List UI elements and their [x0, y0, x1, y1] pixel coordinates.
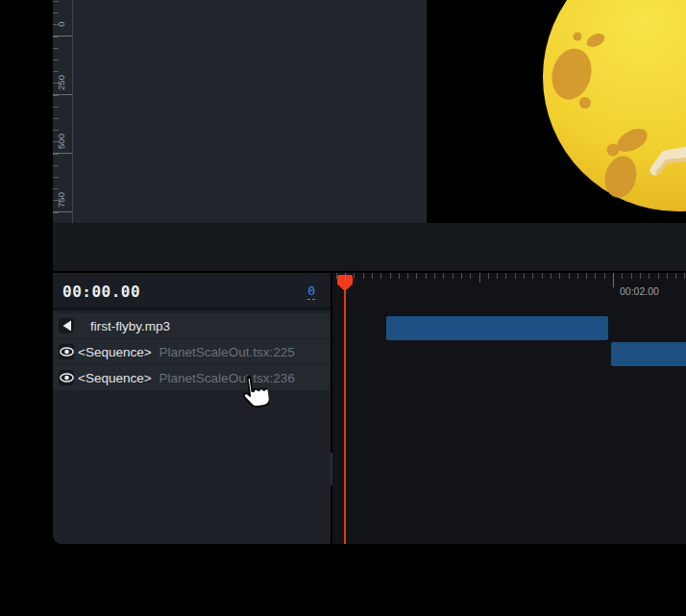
- vertical-ruler: 0250500750: [53, 0, 73, 223]
- timeline-tick: [586, 273, 587, 279]
- ruler-label: 750: [56, 184, 67, 216]
- timeline-tick: [372, 273, 373, 279]
- track-row-sequence-1[interactable]: <Sequence> PlanetScaleOut.tsx:225: [53, 339, 331, 364]
- timeline-tick: [488, 273, 489, 279]
- timeline-tick: [399, 273, 400, 279]
- ruler-tick: [53, 165, 59, 166]
- track-source-detail: PlanetScaleOut.tsx:225: [159, 345, 295, 359]
- composition-canvas[interactable]: 0250500750: [53, 0, 427, 223]
- track-name: <Sequence>: [78, 371, 152, 385]
- timeline-tick: [631, 273, 632, 279]
- timeline-tick: [524, 273, 525, 279]
- timeline-tick: [505, 273, 506, 279]
- current-timecode: 00:00.00: [62, 283, 140, 301]
- timeline-tick: [613, 273, 614, 287]
- timeline-tick: [390, 273, 391, 279]
- visibility-icon-well[interactable]: [59, 370, 74, 385]
- track-name: first-flyby.mp3: [90, 319, 170, 333]
- eye-icon: [60, 347, 74, 357]
- timeline-tick: [453, 273, 453, 279]
- eye-icon: [60, 373, 74, 382]
- current-frame-link[interactable]: 0: [307, 283, 315, 300]
- timeline-tick: [479, 273, 480, 283]
- timeline-tick: [604, 273, 605, 279]
- track-row-sequence-2[interactable]: <Sequence> PlanetScaleOut.tsx:236: [53, 365, 331, 390]
- remotion-studio-window: 0250500750: [0, 0, 686, 616]
- track-row-audio[interactable]: first-flyby.mp3: [53, 313, 331, 338]
- timeline-tick: [380, 273, 381, 279]
- ruler-label: 500: [56, 125, 67, 158]
- playhead-line[interactable]: [344, 276, 346, 544]
- track-source-detail: PlanetScaleOut.tsx:236: [159, 371, 295, 385]
- timeline-tick: [559, 273, 560, 279]
- timeline-tick: [640, 273, 641, 279]
- timeline-tick: [658, 273, 659, 279]
- audio-icon-well[interactable]: [59, 318, 74, 333]
- timeline-clip[interactable]: [611, 342, 686, 366]
- timeline-tick: [434, 273, 435, 279]
- ruler-label: 0: [56, 8, 67, 40]
- timeline-tick: [542, 273, 543, 279]
- timeline-tick: [595, 273, 596, 279]
- timeline-tick: [649, 273, 649, 279]
- hand-pointer-cursor: [234, 373, 270, 415]
- timeline-tick: [569, 273, 570, 279]
- timeline-tick: [684, 273, 685, 279]
- visibility-icon-well[interactable]: [59, 344, 74, 359]
- timeline-tick: [622, 273, 623, 279]
- timeline-tick: [551, 273, 551, 279]
- ruler-tick: [53, 177, 59, 178]
- timeline-tick: [667, 273, 668, 279]
- timeline-tick: [470, 273, 471, 279]
- timeline-tick: [336, 273, 337, 279]
- ruler-tick: [53, 107, 59, 108]
- timeline-clip-area[interactable]: 00:02.00: [332, 273, 686, 544]
- timeline-tick: [407, 273, 408, 279]
- ruler-tick: [53, 48, 59, 49]
- timeline-tick: [426, 273, 427, 279]
- timeline-track-panel: 00:00.00 0 first-flyby.mp3 <Sequence> Pl…: [53, 273, 331, 544]
- timeline-tick: [532, 273, 533, 279]
- timeline-tick: [675, 273, 676, 279]
- timeline-tick: [577, 273, 578, 279]
- video-preview[interactable]: [427, 0, 686, 223]
- ruler-tick: [53, 118, 59, 119]
- ruler-tick: [53, 1, 59, 2]
- timeline-tick: [461, 273, 462, 279]
- ruler-tick: [53, 60, 59, 61]
- planet-image: [427, 0, 686, 223]
- timeline-tick: [354, 273, 355, 279]
- ruler-label: 250: [56, 66, 67, 99]
- timeline-ruler-label: 00:02.00: [620, 285, 659, 297]
- volume-icon: [61, 320, 72, 332]
- track-name: <Sequence>: [78, 345, 152, 359]
- timeline-tick: [443, 273, 444, 279]
- timeline-tick: [497, 273, 498, 279]
- timeline-tick: [515, 273, 516, 279]
- timeline-tick: [363, 273, 364, 279]
- timeline-tick: [416, 273, 417, 279]
- timeline-header: 00:00.00 0: [53, 273, 331, 310]
- timeline-clip[interactable]: [386, 316, 608, 340]
- timeline-tick: [345, 273, 346, 287]
- playback-toolbar: 25% 1x: [53, 223, 686, 271]
